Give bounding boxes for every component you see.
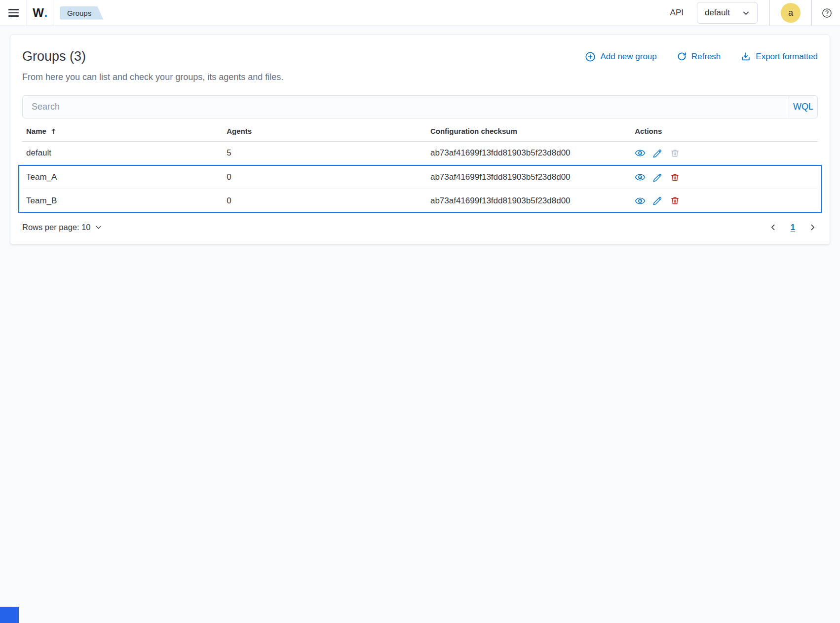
groups-table: Name Agents Configuration checksum Actio… — [22, 119, 818, 213]
table-row-default: default 5 ab73af41699f13fdd81903b5f23d8d… — [22, 142, 818, 165]
row-actions — [635, 148, 818, 158]
help-button[interactable] — [822, 8, 832, 18]
plus-circle-icon — [585, 51, 596, 62]
table-header-row: Name Agents Configuration checksum Actio… — [22, 119, 818, 142]
group-checksum-cell: ab73af41699f13fdd81903b5f23d8d00 — [430, 196, 635, 206]
group-agents-cell: 0 — [227, 196, 430, 206]
table-row-team-a: Team_A 0 ab73af41699f13fdd81903b5f23d8d0… — [22, 166, 818, 189]
edit-group-button[interactable] — [652, 172, 663, 183]
group-checksum-cell: ab73af41699f13fdd81903b5f23d8d00 — [430, 148, 635, 158]
api-host-selector[interactable]: default — [697, 2, 758, 24]
row-actions — [635, 172, 818, 183]
page-1-button[interactable]: 1 — [791, 223, 795, 232]
breadcrumb-groups[interactable]: Groups — [60, 6, 103, 20]
group-name-cell: default — [22, 148, 227, 158]
eye-icon — [635, 148, 646, 158]
avatar[interactable]: a — [781, 3, 801, 23]
export-download-icon — [740, 51, 751, 62]
api-host-selected-value: default — [705, 8, 730, 18]
help-icon — [822, 8, 832, 18]
view-group-button[interactable] — [635, 195, 646, 206]
chevron-left-icon — [769, 223, 777, 232]
menu-button[interactable] — [0, 0, 27, 26]
trash-icon — [670, 148, 680, 158]
page-title: Groups (3) — [22, 49, 86, 64]
group-name-cell: Team_B — [22, 196, 227, 206]
edit-group-button[interactable] — [652, 195, 663, 206]
refresh-icon — [677, 51, 687, 62]
refresh-button[interactable]: Refresh — [677, 51, 721, 62]
wql-button[interactable]: WQL — [789, 96, 817, 118]
group-agents-cell: 0 — [227, 172, 430, 182]
export-formatted-button[interactable]: Export formatted — [740, 51, 818, 62]
delete-group-button[interactable] — [669, 172, 680, 183]
group-checksum-cell: ab73af41699f13fdd81903b5f23d8d00 — [430, 172, 635, 182]
table-row-team-b: Team_B 0 ab73af41699f13fdd81903b5f23d8d0… — [22, 189, 818, 212]
sort-ascending-icon — [50, 127, 57, 135]
top-navigation-bar: W. Groups API default a — [0, 0, 840, 26]
api-label: API — [670, 8, 684, 18]
eye-icon — [635, 172, 646, 183]
trash-icon — [670, 195, 680, 206]
chevron-down-icon — [95, 224, 102, 231]
pencil-icon — [652, 195, 663, 206]
app-logo[interactable]: W. — [27, 0, 53, 26]
row-actions — [635, 195, 818, 206]
view-group-button[interactable] — [635, 172, 646, 183]
search-bar: WQL — [22, 95, 818, 118]
selected-rows-group: Team_A 0 ab73af41699f13fdd81903b5f23d8d0… — [18, 165, 822, 213]
group-agents-cell: 5 — [227, 148, 430, 158]
chevron-down-icon — [742, 9, 750, 17]
topbar-divider — [769, 0, 770, 26]
logo-letter: W — [33, 6, 43, 20]
edit-group-button[interactable] — [652, 148, 663, 158]
view-group-button[interactable] — [635, 148, 646, 158]
rows-per-page-button[interactable]: Rows per page: 10 — [22, 223, 102, 232]
pencil-icon — [652, 148, 663, 158]
trash-icon — [670, 172, 680, 183]
topbar-divider — [53, 0, 53, 26]
chevron-right-icon — [808, 223, 817, 232]
column-header-agents: Agents — [227, 127, 430, 135]
pencil-icon — [652, 172, 663, 183]
delete-group-button-disabled — [669, 148, 680, 158]
toolbar: Add new group Refresh Export formatted — [585, 51, 818, 62]
delete-group-button[interactable] — [669, 195, 680, 206]
eye-icon — [635, 195, 646, 206]
add-new-group-button[interactable]: Add new group — [585, 51, 656, 62]
table-footer: Rows per page: 10 1 — [22, 223, 818, 232]
group-name-cell: Team_A — [22, 172, 227, 182]
bottom-left-widget[interactable] — [0, 607, 19, 623]
groups-panel: Groups (3) Add new group Refresh Export … — [10, 35, 830, 244]
logo-dot: . — [44, 6, 47, 20]
next-page-button[interactable] — [808, 223, 817, 232]
hamburger-icon — [8, 9, 19, 16]
column-header-checksum: Configuration checksum — [430, 127, 635, 135]
column-header-actions: Actions — [635, 127, 818, 135]
topbar-divider — [811, 0, 812, 26]
search-input[interactable] — [23, 96, 789, 118]
pagination: 1 — [769, 223, 818, 232]
previous-page-button[interactable] — [769, 223, 777, 232]
page-description: From here you can list and check your gr… — [22, 72, 818, 82]
column-header-name[interactable]: Name — [22, 127, 227, 135]
breadcrumb: Groups — [60, 0, 103, 26]
